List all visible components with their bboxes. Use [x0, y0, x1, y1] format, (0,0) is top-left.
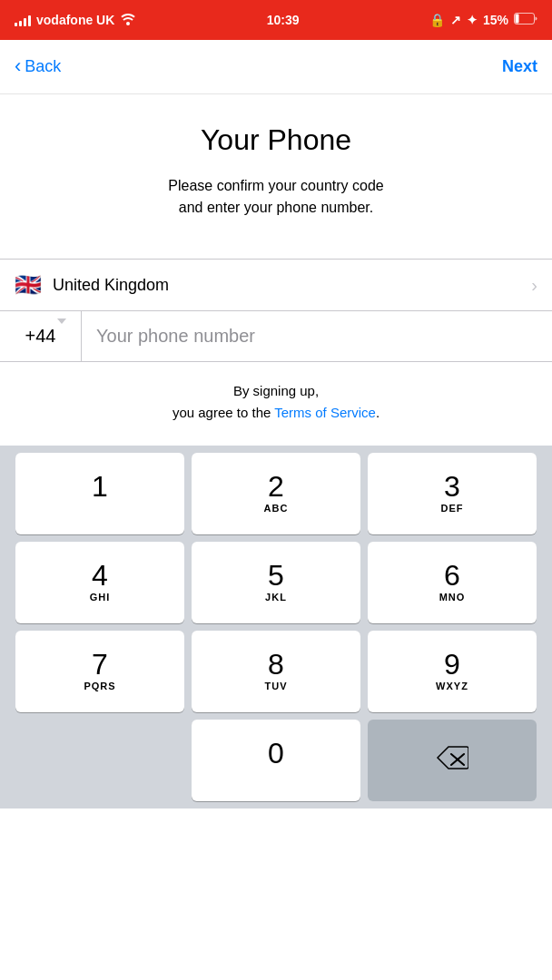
key-letters: WXYZ [436, 681, 468, 693]
keyboard-key-0[interactable]: 0 [192, 720, 360, 801]
next-button[interactable]: Next [502, 57, 537, 76]
delete-icon [436, 745, 468, 777]
key-number: 9 [444, 650, 460, 679]
keyboard-key-6[interactable]: 6 MNO [368, 542, 537, 623]
key-number: 4 [92, 561, 108, 590]
key-number: 3 [444, 472, 460, 501]
keyboard-key-2[interactable]: 2 ABC [192, 453, 360, 534]
key-number: 8 [268, 650, 284, 679]
carrier-name: vodafone UK [36, 13, 114, 27]
terms-text-2: you agree to the [172, 405, 274, 420]
terms-text-3: . [376, 405, 380, 420]
key-letters: ABC [264, 503, 289, 515]
key-number: 2 [268, 472, 284, 501]
keyboard-key-3[interactable]: 3 DEF [368, 453, 537, 534]
battery-level: 15% [483, 13, 508, 27]
terms-section: By signing up, you agree to the Terms of… [0, 362, 552, 442]
keyboard-key-5[interactable]: 5 JKL [192, 542, 360, 623]
page-title: Your Phone [22, 123, 530, 157]
key-letters: GHI [90, 592, 111, 604]
country-name: United Kingdom [53, 276, 531, 295]
keyboard-row: 7 PQRS 8 TUV 9 WXYZ [4, 631, 548, 712]
keyboard-row: 1 2 ABC 3 DEF [4, 453, 548, 534]
lock-icon: 🔒 [429, 13, 445, 27]
key-number: 7 [92, 650, 108, 679]
terms-text-1: By signing up, [233, 383, 319, 398]
svg-rect-2 [516, 15, 519, 24]
back-chevron-icon: ‹ [15, 54, 21, 78]
keyboard-key-8[interactable]: 8 TUV [192, 631, 360, 712]
keyboard-delete-key[interactable] [368, 720, 537, 801]
keyboard-key-9[interactable]: 9 WXYZ [368, 631, 537, 712]
country-code-display: +44 [0, 311, 82, 361]
phone-number-input[interactable] [82, 311, 552, 361]
key-letters: PQRS [84, 681, 115, 693]
country-flag: 🇬🇧 [15, 272, 42, 298]
keyboard-key-1[interactable]: 1 [15, 453, 184, 534]
key-number: 0 [268, 739, 284, 768]
phone-input-row: +44 [0, 311, 552, 362]
key-letters: DEF [441, 503, 464, 515]
keyboard-row: 0 [4, 720, 548, 801]
location-icon: ↗ [450, 13, 461, 27]
main-content: Your Phone Please confirm your country c… [0, 94, 552, 259]
nav-bar: ‹ Back Next [0, 40, 552, 94]
battery-icon [514, 13, 537, 27]
key-number: 6 [444, 561, 460, 590]
country-selector[interactable]: 🇬🇧 United Kingdom › [0, 260, 552, 311]
page-description: Please confirm your country codeand ente… [22, 175, 530, 219]
wifi-icon [120, 13, 136, 28]
status-bar: vodafone UK 10:39 🔒 ↗ ✦ 15% [0, 0, 552, 40]
key-number: 5 [268, 561, 284, 590]
bluetooth-icon: ✦ [467, 13, 478, 27]
keyboard-key-4[interactable]: 4 GHI [15, 542, 184, 623]
country-chevron-icon: › [531, 275, 537, 296]
keyboard-key-7[interactable]: 7 PQRS [15, 631, 184, 712]
keyboard: 1 2 ABC 3 DEF 4 GHI 5 JKL 6 MNO [0, 446, 552, 808]
key-letters: JKL [265, 592, 287, 604]
key-letters: MNO [439, 592, 466, 604]
back-label: Back [25, 57, 61, 76]
terms-link[interactable]: Terms of Service [274, 405, 376, 420]
key-letters: TUV [265, 681, 288, 693]
keyboard-row: 4 GHI 5 JKL 6 MNO [4, 542, 548, 623]
back-button[interactable]: ‹ Back [15, 56, 61, 78]
svg-point-0 [126, 22, 130, 25]
key-number: 1 [92, 472, 108, 501]
signal-icon [15, 14, 31, 26]
status-right: 🔒 ↗ ✦ 15% [429, 13, 537, 27]
time-display: 10:39 [267, 13, 300, 27]
status-left: vodafone UK [15, 13, 136, 28]
keyboard-key-empty [15, 720, 184, 801]
